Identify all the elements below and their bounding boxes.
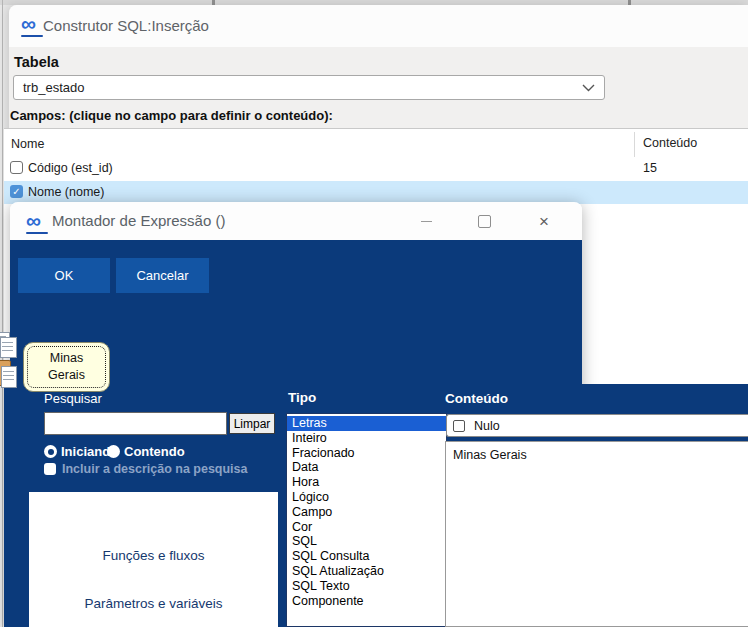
tipo-item[interactable]: Componente (287, 594, 446, 609)
close-button[interactable]: × (522, 202, 566, 240)
radio-selected-dot (48, 449, 54, 455)
search-input[interactable] (44, 412, 227, 435)
minimize-button[interactable] (404, 202, 448, 240)
clear-button[interactable]: Limpar (229, 413, 275, 434)
ok-button[interactable]: OK (18, 258, 110, 293)
tipo-item[interactable]: Campo (287, 505, 446, 520)
campos-label: Campos: (clique no campo para definir o … (10, 108, 333, 123)
include-description-label: Incluir a descrição na pesquisa (62, 462, 248, 476)
tipo-item[interactable]: SQL Consulta (287, 549, 446, 564)
side-toolbar (0, 332, 25, 392)
functions-panel: Funções e fluxos Parâmetros e variáveis (29, 492, 278, 627)
tooltip-text: Minas (24, 351, 109, 365)
field-name: Código (est_id) (28, 161, 113, 175)
maximize-icon (478, 215, 491, 228)
field-name: Nome (nome) (28, 185, 104, 199)
dialog-titlebar[interactable]: ∞ Montador de Expressão () × (10, 202, 582, 240)
tooltip-text: Gerais (24, 368, 109, 382)
maker-logo-icon: ∞ (26, 210, 48, 234)
cancel-button[interactable]: Cancelar (116, 258, 209, 293)
close-icon: × (539, 213, 549, 230)
tabela-label: Tabela (14, 54, 59, 70)
maker-logo-icon: ∞ (21, 13, 43, 37)
table-select-value: trb_estado (23, 80, 84, 95)
minimize-icon (421, 221, 432, 222)
nulo-label: Nulo (474, 419, 500, 433)
radio-contendo-label: Contendo (124, 444, 185, 459)
value-tooltip: Minas Gerais (23, 342, 110, 392)
tipo-item[interactable]: Lógico (287, 490, 446, 505)
section-parametros[interactable]: Parâmetros e variáveis (29, 596, 278, 611)
column-header-nome: Nome (11, 137, 44, 151)
tipo-item[interactable]: Letras (287, 416, 446, 431)
copy-icon[interactable] (0, 332, 19, 359)
expression-builder-panel: Pesquisar Limpar Iniciando Contendo Incl… (4, 384, 748, 627)
sql-builder-titlebar[interactable]: ∞ Construtor SQL:Inserção (9, 5, 748, 47)
screen: ∞ Construtor SQL:Inserção Tabela trb_est… (0, 0, 748, 627)
table-row[interactable]: Código (est_id) 15 (4, 157, 748, 180)
tipo-item[interactable]: Data (287, 460, 446, 475)
tipo-item[interactable]: SQL Texto (287, 579, 446, 594)
table-row[interactable]: ✓ Nome (nome) (4, 181, 748, 204)
table-select-dropdown[interactable]: trb_estado (13, 75, 605, 100)
tipo-item[interactable]: Cor (287, 520, 446, 535)
conteudo-label: Conteúdo (445, 391, 508, 406)
tipo-item[interactable]: Hora (287, 475, 446, 490)
tipo-item[interactable]: Inteiro (287, 431, 446, 446)
nulo-checkbox[interactable] (453, 420, 465, 432)
radio-contendo[interactable] (107, 445, 120, 458)
radio-iniciando[interactable] (44, 445, 57, 458)
field-content: 15 (643, 161, 657, 175)
tipo-item[interactable]: SQL (287, 534, 446, 549)
content-value: Minas Gerais (453, 448, 527, 462)
paste-icon[interactable] (0, 360, 19, 391)
chevron-down-icon (582, 84, 595, 92)
content-value-box[interactable]: Minas Gerais (445, 441, 748, 627)
row-checkbox-checked[interactable]: ✓ (10, 185, 23, 198)
include-description-checkbox[interactable] (44, 463, 56, 475)
search-label: Pesquisar (44, 391, 102, 406)
dialog-title: Montador de Expressão () (52, 212, 225, 229)
window-title: Construtor SQL:Inserção (43, 17, 209, 34)
column-separator (634, 132, 635, 157)
tipo-label: Tipo (288, 390, 316, 405)
background-window-edge (2, 0, 3, 627)
tipo-item[interactable]: SQL Atualização (287, 564, 446, 579)
tipo-item[interactable]: Fracionado (287, 446, 446, 461)
column-header-conteudo: Conteúdo (643, 136, 697, 150)
tipo-listbox: Letras Inteiro Fracionado Data Hora Lógi… (286, 413, 447, 627)
section-funcoes[interactable]: Funções e fluxos (29, 548, 278, 563)
maximize-button[interactable] (462, 202, 506, 240)
row-checkbox-unchecked[interactable] (10, 161, 23, 174)
nulo-row[interactable]: Nulo (446, 414, 748, 437)
